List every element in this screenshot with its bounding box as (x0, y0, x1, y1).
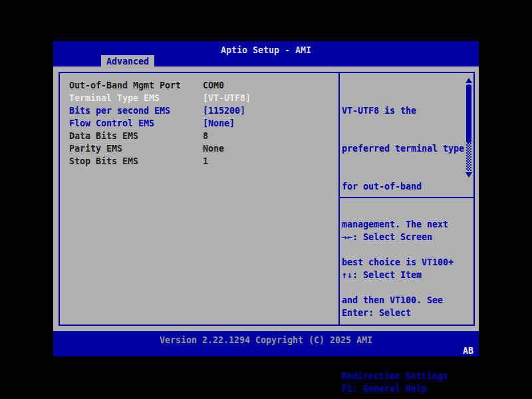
settings-pane: Out-of-Band Mgmt Port COM0 Terminal Type… (60, 73, 338, 325)
help-line: preferred terminal type (342, 142, 466, 155)
hotkey-enter: Enter: Select (342, 307, 472, 319)
setting-row-parity: Parity EMS None (60, 142, 338, 155)
scroll-down-icon[interactable] (466, 172, 472, 178)
setting-value: 1 (203, 155, 208, 168)
hotkey-f1: F1: General Help (342, 382, 472, 395)
setting-value: [None] (203, 117, 235, 130)
setting-value: COM0 (203, 79, 224, 92)
setting-row-flow-control[interactable]: Flow Control EMS [None] (60, 117, 338, 130)
setting-row-oob-mgmt-port: Out-of-Band Mgmt Port COM0 (60, 79, 338, 92)
scrollbar-thumb[interactable] (466, 84, 471, 143)
settings-frame: Out-of-Band Mgmt Port COM0 Terminal Type… (59, 72, 475, 326)
legend-divider (340, 197, 473, 198)
setting-value: None (203, 142, 224, 155)
setting-label: Data Bits EMS (69, 130, 203, 142)
setting-row-terminal-type[interactable]: Terminal Type EMS [VT-UTF8] (60, 92, 338, 104)
hotkey-select-item: ↑↓: Select Item (342, 269, 472, 281)
build-code: AB (463, 346, 473, 356)
setting-value: 8 (203, 130, 208, 142)
footer-bar: Version 2.22.1294 Copyright (C) 2025 AMI… (53, 331, 479, 356)
help-line: for out-of-band (342, 180, 466, 193)
setting-label: Bits per second EMS (69, 104, 203, 117)
hotkey-select-screen: →←: Select Screen (342, 231, 472, 243)
title-bar: Aptio Setup - AMI Advanced (53, 41, 479, 66)
setting-value: [VT-UTF8] (203, 92, 251, 104)
setting-label: Terminal Type EMS (69, 92, 203, 104)
setting-label: Stop Bits EMS (69, 155, 203, 168)
version-text: Version 2.22.1294 Copyright (C) 2025 AMI (53, 334, 479, 346)
setting-row-data-bits: Data Bits EMS 8 (60, 130, 338, 142)
setting-row-stop-bits: Stop Bits EMS 1 (60, 155, 338, 168)
settings-list: Out-of-Band Mgmt Port COM0 Terminal Type… (60, 79, 338, 168)
scrollbar-track[interactable] (466, 143, 471, 171)
setting-row-bits-per-second[interactable]: Bits per second EMS [115200] (60, 104, 338, 117)
help-scrollbar[interactable] (466, 78, 472, 178)
setting-label: Out-of-Band Mgmt Port (69, 79, 203, 92)
setting-label: Parity EMS (69, 142, 203, 155)
main-area: Out-of-Band Mgmt Port COM0 Terminal Type… (53, 66, 479, 331)
setting-label: Flow Control EMS (69, 117, 203, 130)
help-line: VT-UTF8 is the (342, 104, 466, 117)
setting-value: [115200] (203, 104, 245, 117)
scroll-up-icon[interactable] (466, 78, 472, 83)
hotkey-legend: →←: Select Screen ↑↓: Select Item Enter:… (342, 205, 472, 399)
bios-screen: Aptio Setup - AMI Advanced Out-of-Band M… (53, 40, 479, 359)
help-pane: VT-UTF8 is the preferred terminal type f… (340, 73, 473, 325)
